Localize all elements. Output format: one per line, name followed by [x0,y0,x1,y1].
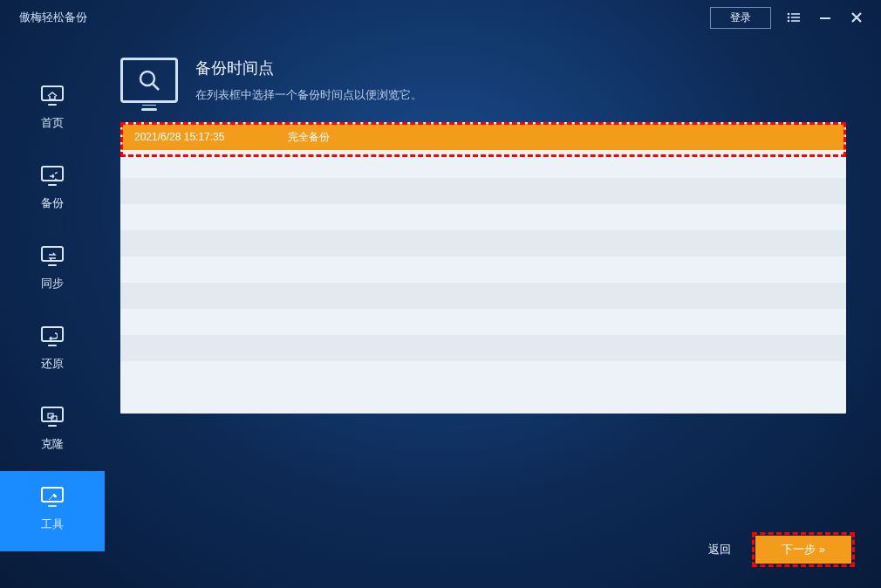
page-subtitle: 在列表框中选择一个备份时间点以便浏览它。 [195,87,422,103]
titlebar: 傲梅轻松备份 登录 [0,0,881,35]
home-icon [39,85,65,108]
list-row[interactable] [120,335,846,361]
titlebar-controls: 登录 [710,7,865,29]
svg-point-4 [788,20,790,23]
sidebar-item-clone[interactable]: 克隆 [0,391,105,471]
list-row[interactable] [120,256,846,283]
footer: 返回 下一步 » [708,532,855,567]
list-row[interactable] [120,283,846,309]
restore-icon [39,326,65,349]
page-title: 备份时间点 [195,58,422,79]
sidebar: 首页 备份 同步 还原 克隆 工具 [0,35,105,588]
app-title: 傲梅轻松备份 [16,10,87,25]
list-row[interactable] [120,152,846,178]
sidebar-item-restore[interactable]: 还原 [0,311,105,391]
search-monitor-icon [120,58,178,103]
list-row[interactable] [120,361,846,387]
list-row[interactable]: 2021/6/28 15:17:35 完全备份 [122,124,844,150]
row-time: 2021/6/28 15:17:35 [134,131,288,143]
back-button[interactable]: 返回 [708,542,731,557]
sidebar-item-label: 工具 [41,516,64,532]
svg-point-9 [140,72,154,85]
sidebar-item-label: 同步 [41,276,64,291]
row-type: 完全备份 [288,130,832,145]
tools-icon [39,487,65,509]
svg-rect-1 [791,13,800,15]
svg-point-2 [788,17,790,19]
list-row[interactable] [120,178,846,204]
page-header: 备份时间点 在列表框中选择一个备份时间点以便浏览它。 [120,58,846,103]
sidebar-item-backup[interactable]: 备份 [0,150,105,230]
sidebar-item-sync[interactable]: 同步 [0,230,105,311]
svg-rect-5 [791,20,800,22]
main-panel: 备份时间点 在列表框中选择一个备份时间点以便浏览它。 2021/6/28 15:… [105,35,881,588]
next-highlight: 下一步 » [752,532,855,567]
list-row[interactable] [120,309,846,335]
backup-icon [39,166,65,188]
list-row[interactable] [120,230,846,256]
sidebar-item-label: 还原 [41,356,64,372]
svg-rect-3 [791,17,800,18]
minimize-icon[interactable] [816,9,834,26]
login-button[interactable]: 登录 [710,7,771,29]
content: 首页 备份 同步 还原 克隆 工具 备份时间点 [0,35,881,588]
svg-line-10 [153,84,159,90]
sync-icon [39,246,65,269]
sidebar-item-label: 备份 [41,195,64,211]
page-header-text: 备份时间点 在列表框中选择一个备份时间点以便浏览它。 [195,58,422,103]
svg-point-0 [788,13,790,16]
close-icon[interactable] [848,9,865,26]
sidebar-item-tools[interactable]: 工具 [0,471,105,551]
svg-rect-6 [820,17,830,19]
list-row[interactable] [120,204,846,230]
backup-listbox[interactable]: 2021/6/28 15:17:35 完全备份 [120,122,846,414]
clone-icon [39,407,65,429]
sidebar-item-label: 克隆 [41,436,64,452]
sidebar-item-home[interactable]: 首页 [0,70,105,150]
menu-list-icon[interactable] [785,9,802,26]
next-button[interactable]: 下一步 » [755,536,851,564]
sidebar-item-label: 首页 [41,115,64,131]
